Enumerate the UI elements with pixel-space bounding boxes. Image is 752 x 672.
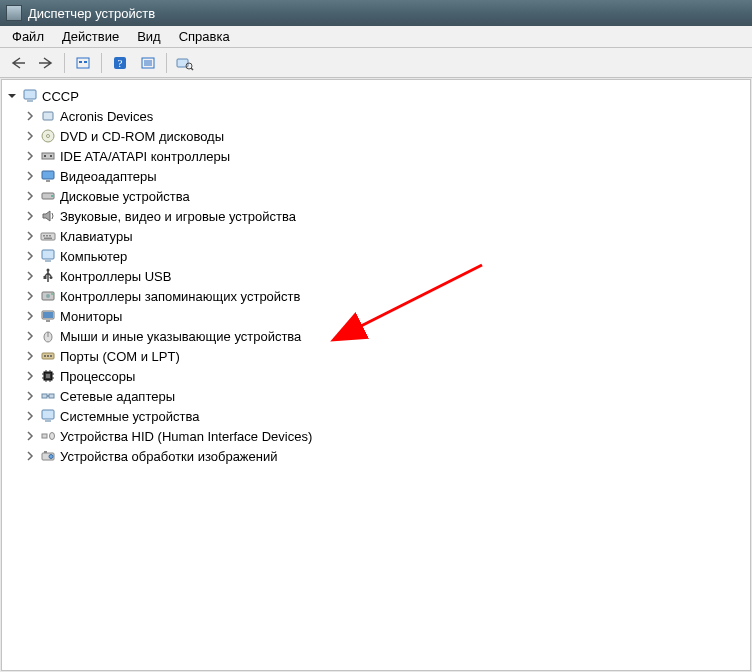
cpu-icon	[40, 368, 56, 384]
tree-category[interactable]: Видеоадаптеры	[24, 166, 746, 186]
system-icon	[40, 408, 56, 424]
expand-icon[interactable]	[24, 150, 36, 162]
tree-category[interactable]: Мониторы	[24, 306, 746, 326]
help-button[interactable]: ?	[108, 51, 132, 75]
svg-point-16	[47, 135, 50, 138]
svg-rect-27	[49, 235, 51, 237]
back-button[interactable]	[6, 51, 30, 75]
expand-icon[interactable]	[24, 430, 36, 442]
root-label: CCCP	[42, 89, 79, 104]
expand-icon[interactable]	[24, 310, 36, 322]
expand-icon[interactable]	[24, 290, 36, 302]
disk-icon	[40, 188, 56, 204]
tree-root-node[interactable]: CCCP	[6, 86, 746, 106]
tree-category[interactable]: Мыши и иные указывающие устройства	[24, 326, 746, 346]
svg-rect-65	[44, 451, 47, 453]
category-label: Дисковые устройства	[60, 189, 190, 204]
app-icon	[6, 5, 22, 21]
tree-category[interactable]: Устройства HID (Human Interface Devices)	[24, 426, 746, 446]
svg-rect-57	[49, 394, 54, 398]
show-hidden-button[interactable]	[71, 51, 95, 75]
tree-category[interactable]: Клавиатуры	[24, 226, 746, 246]
hid-icon	[40, 428, 56, 444]
menu-file[interactable]: Файл	[4, 27, 52, 46]
tree-category[interactable]: IDE ATA/ATAPI контроллеры	[24, 146, 746, 166]
menu-action[interactable]: Действие	[54, 27, 127, 46]
svg-rect-19	[50, 155, 52, 157]
tree-category[interactable]: Порты (COM и LPT)	[24, 346, 746, 366]
expand-icon[interactable]	[24, 170, 36, 182]
svg-point-23	[51, 195, 53, 197]
expand-icon[interactable]	[24, 210, 36, 222]
category-label: Видеоадаптеры	[60, 169, 157, 184]
category-label: Клавиатуры	[60, 229, 133, 244]
svg-point-45	[50, 355, 52, 357]
tree-category[interactable]: Контроллеры запоминающих устройств	[24, 286, 746, 306]
port-icon	[40, 348, 56, 364]
tree-category[interactable]: Сетевые адаптеры	[24, 386, 746, 406]
tree-category[interactable]: DVD и CD-ROM дисководы	[24, 126, 746, 146]
category-label: Компьютер	[60, 249, 127, 264]
svg-rect-38	[43, 312, 53, 318]
svg-rect-12	[24, 90, 36, 99]
tree-category[interactable]: Звуковые, видео и игровые устройства	[24, 206, 746, 226]
mouse-icon	[40, 328, 56, 344]
expand-icon[interactable]	[24, 110, 36, 122]
svg-rect-56	[42, 394, 47, 398]
tree-view[interactable]: CCCP Acronis DevicesDVD и CD-ROM дисково…	[1, 79, 751, 671]
svg-rect-61	[42, 434, 47, 438]
titlebar: Диспетчер устройств	[0, 0, 752, 26]
svg-rect-0	[77, 58, 89, 68]
tree-category[interactable]: Дисковые устройства	[24, 186, 746, 206]
collapse-icon[interactable]	[6, 90, 18, 102]
svg-point-36	[51, 293, 53, 295]
tree-category[interactable]: Acronis Devices	[24, 106, 746, 126]
display-icon	[40, 168, 56, 184]
expand-icon[interactable]	[24, 390, 36, 402]
sound-icon	[40, 208, 56, 224]
svg-rect-18	[44, 155, 46, 157]
svg-rect-39	[46, 320, 50, 322]
menu-view[interactable]: Вид	[129, 27, 169, 46]
expand-icon[interactable]	[24, 190, 36, 202]
category-label: Мониторы	[60, 309, 122, 324]
expand-icon[interactable]	[24, 230, 36, 242]
usb-icon	[40, 268, 56, 284]
menu-help[interactable]: Справка	[171, 27, 238, 46]
toolbar-separator	[101, 53, 102, 73]
toolbar-separator	[166, 53, 167, 73]
tree-category[interactable]: Компьютер	[24, 246, 746, 266]
expand-icon[interactable]	[24, 450, 36, 462]
details-button[interactable]	[136, 51, 160, 75]
tree-category[interactable]: Системные устройства	[24, 406, 746, 426]
computer-icon	[40, 248, 56, 264]
svg-point-44	[47, 355, 49, 357]
expand-icon[interactable]	[24, 330, 36, 342]
category-label: Сетевые адаптеры	[60, 389, 175, 404]
svg-rect-1	[79, 61, 82, 63]
expand-icon[interactable]	[24, 350, 36, 362]
category-label: Устройства обработки изображений	[60, 449, 278, 464]
expand-icon[interactable]	[24, 370, 36, 382]
svg-rect-32	[44, 276, 47, 279]
expand-icon[interactable]	[24, 410, 36, 422]
category-label: Контроллеры запоминающих устройств	[60, 289, 300, 304]
svg-point-43	[44, 355, 46, 357]
tree-category[interactable]: Устройства обработки изображений	[24, 446, 746, 466]
svg-rect-26	[46, 235, 48, 237]
expand-icon[interactable]	[24, 250, 36, 262]
monitor-icon	[40, 308, 56, 324]
window-title: Диспетчер устройств	[28, 6, 155, 21]
category-label: Устройства HID (Human Interface Devices)	[60, 429, 312, 444]
tree-category[interactable]: Контроллеры USB	[24, 266, 746, 286]
svg-point-62	[50, 433, 55, 440]
svg-point-33	[50, 276, 53, 279]
tree-category[interactable]: Процессоры	[24, 366, 746, 386]
svg-rect-2	[84, 61, 87, 63]
forward-button[interactable]	[34, 51, 58, 75]
scan-button[interactable]	[173, 51, 197, 75]
expand-icon[interactable]	[24, 270, 36, 282]
svg-rect-47	[46, 374, 50, 378]
svg-rect-30	[45, 260, 51, 262]
expand-icon[interactable]	[24, 130, 36, 142]
